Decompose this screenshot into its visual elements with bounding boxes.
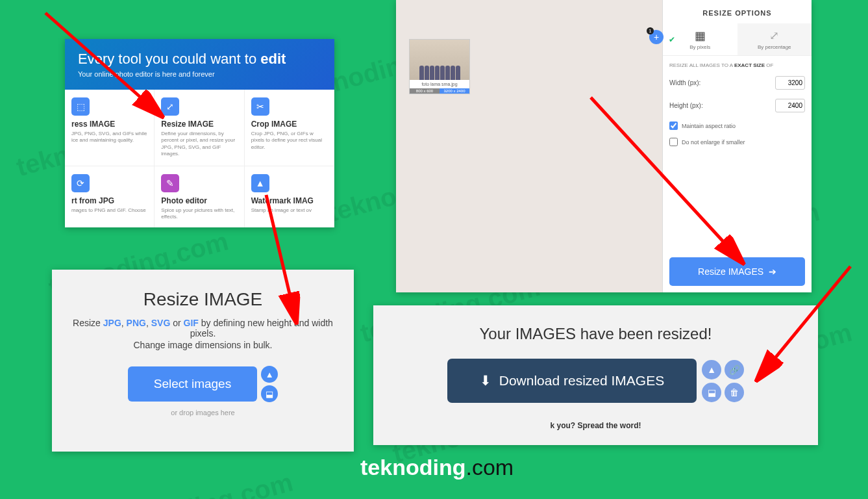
tool-desc: mages to PNG and GIF. Choose (71, 207, 147, 214)
save-drive-button[interactable]: ▲ (702, 360, 721, 379)
tool-title: Photo editor (161, 196, 237, 205)
download-icon: ⬇ (480, 373, 491, 389)
arrow-annotation (565, 91, 760, 273)
thumb-old-dim: 800 x 600 (410, 88, 440, 94)
width-label: Width (px): (669, 79, 701, 86)
convert-icon: ⟳ (71, 174, 90, 192)
percentage-icon: ⤢ (740, 29, 810, 43)
tool-desc: JPG, PNG, SVG, and GIFs while ice and ma… (71, 131, 147, 144)
arrow-annotation (740, 260, 868, 396)
svg-line-3 (266, 195, 295, 318)
width-input[interactable] (775, 76, 805, 90)
tool-title: rt from JPG (71, 196, 147, 205)
tool-desc: Crop JPG, PNG, or GIFs w pixels to defin… (251, 131, 327, 151)
select-images-button[interactable]: Select images (128, 366, 257, 402)
crop-icon: ✂ (251, 97, 269, 116)
thumb-new-dim: 3200 x 2400 (440, 88, 469, 94)
thumbnail-filename: foto lama sma.jpg (410, 80, 469, 88)
tool-title: Crop IMAGE (251, 120, 327, 129)
pixels-icon: ▦ (665, 29, 735, 43)
pencil-icon: ✎ (161, 174, 179, 192)
tool-desc: Define your dimensions, by percent or pi… (161, 131, 237, 158)
tool-crop[interactable]: ✂ Crop IMAGE Crop JPG, PNG, or GIFs w pi… (245, 90, 334, 166)
image-count-badge: 1 (647, 27, 654, 34)
tool-convert[interactable]: ⟳ rt from JPG mages to PNG and GIF. Choo… (65, 166, 155, 227)
svg-line-1 (45, 13, 159, 114)
thumbnail-preview (410, 40, 469, 80)
check-icon: ✔ (669, 35, 675, 44)
svg-line-7 (760, 266, 850, 377)
download-button[interactable]: ⬇ Download resized IMAGES (447, 359, 697, 403)
arrow-annotation (253, 188, 318, 331)
google-drive-button[interactable]: ▲ (261, 366, 278, 383)
image-thumbnail[interactable]: foto lama sma.jpg 800 x 600 3200 x 2400 (409, 39, 470, 94)
resize-note: RESIZE ALL IMAGES TO A EXACT SIZE OF (669, 62, 805, 68)
drop-hint: or drop images here (65, 409, 341, 416)
svg-line-5 (591, 97, 740, 260)
add-image-button[interactable]: + 1 (649, 30, 663, 44)
brand-watermark: teknoding.com (360, 455, 514, 480)
dropbox-button[interactable]: ⬓ (261, 385, 278, 402)
tool-desc: Spice up your pictures with text, effect… (161, 207, 237, 221)
sidebar-title: RESIZE OPTIONS (663, 0, 812, 23)
arrow-annotation (32, 0, 175, 130)
save-dropbox-button[interactable]: ⬓ (702, 383, 721, 402)
tab-by-percentage[interactable]: ⤢ By percentage (738, 23, 812, 55)
resize-desc2: Change image dimensions in bulk. (65, 340, 341, 350)
height-input[interactable] (775, 99, 805, 112)
tool-photo-editor[interactable]: ✎ Photo editor Spice up your pictures wi… (155, 166, 244, 227)
spread-text: k you? Spread the word! (386, 421, 805, 430)
